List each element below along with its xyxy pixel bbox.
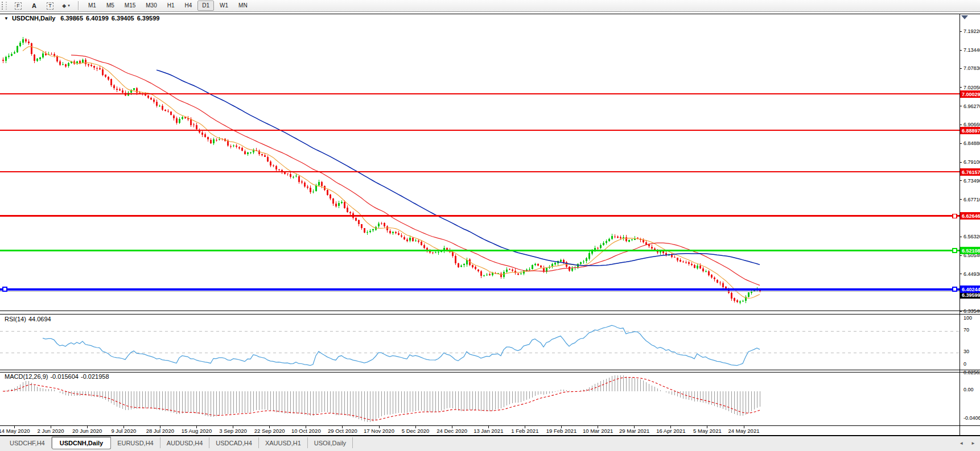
text-icon: A (32, 2, 36, 9)
chart-tab-usdcad-h4[interactable]: USDCAD,H4 (209, 437, 259, 448)
svg-text:24 Dec 2020: 24 Dec 2020 (437, 428, 467, 434)
hline-tag-6.76157: 6.76157 (960, 168, 980, 176)
svg-text:6.88897: 6.88897 (962, 128, 980, 134)
chart-tab-usoil-daily[interactable]: USOil,Daily (308, 437, 353, 448)
macd-signal-value: -0.021958 (81, 373, 109, 380)
arrows-icon: ◆ (62, 3, 66, 9)
hline-tag-6.52108: 6.52108 (960, 247, 980, 254)
svg-text:9 Jul 2020: 9 Jul 2020 (111, 428, 136, 434)
quote-high: 6.40199 (86, 15, 109, 22)
svg-text:29 Oct 2020: 29 Oct 2020 (328, 428, 357, 434)
tabs-scroll-left-button[interactable]: ◄ (959, 441, 963, 446)
svg-text:7.07830: 7.07830 (963, 65, 980, 71)
svg-text:70: 70 (963, 327, 969, 333)
svg-text:6.84880: 6.84880 (963, 140, 980, 146)
scroll-to-end-marker-icon[interactable] (961, 15, 968, 19)
svg-text:3 Sep 2020: 3 Sep 2020 (219, 428, 247, 434)
quote-open: 6.39865 (60, 15, 83, 22)
timeframe-button-h1[interactable]: H1 (163, 1, 179, 11)
timeframe-button-m15[interactable]: M15 (120, 1, 140, 11)
text-tool-button[interactable]: A (28, 1, 40, 10)
svg-text:15 Aug 2020: 15 Aug 2020 (182, 428, 212, 434)
svg-text:30: 30 (963, 349, 969, 354)
svg-text:7.00029: 7.00029 (962, 92, 980, 97)
tab-scroll-buttons: ◄ ► (959, 441, 975, 446)
svg-text:10 Mar 2021: 10 Mar 2021 (583, 428, 613, 434)
hline-6.40244[interactable] (0, 287, 960, 291)
fibonacci-tool-button[interactable]: F (12, 1, 24, 10)
svg-text:0.00: 0.00 (963, 387, 974, 392)
pane-borders (0, 14, 980, 436)
svg-text:6.90660: 6.90660 (963, 122, 980, 127)
chart-title: ▼USDCNH,Daily6.398656.401996.394056.3959… (4, 15, 162, 22)
collapse-arrow-icon[interactable]: ▼ (4, 16, 9, 21)
hline-tag-6.88897: 6.88897 (960, 127, 980, 134)
svg-text:16 Apr 2021: 16 Apr 2021 (656, 428, 685, 434)
chart-tab-eurusd-h4[interactable]: EURUSD,H4 (111, 437, 160, 448)
hline-handle-left (3, 287, 7, 291)
svg-text:24 May 2021: 24 May 2021 (728, 428, 760, 434)
chart-canvas[interactable]: 7.192207.134407.078307.020506.962706.906… (0, 0, 980, 451)
macd-pane[interactable]: 0.0256230.00-0.04068 (3, 370, 980, 422)
dropdown-caret-icon: ▾ (68, 3, 70, 8)
svg-text:22 Sep 2020: 22 Sep 2020 (254, 428, 285, 434)
hline-handle-right (953, 287, 957, 291)
timeframe-button-mn[interactable]: MN (234, 1, 252, 11)
svg-text:5 Dec 2020: 5 Dec 2020 (402, 428, 430, 434)
svg-text:6.96270: 6.96270 (963, 104, 980, 109)
quote-close: 6.39599 (137, 15, 160, 22)
toolbar-grip[interactable] (2, 2, 7, 10)
quote-low: 6.39405 (112, 15, 134, 22)
chart-tabs: USDCHF,H4USDCNH,DailyEURUSD,H4AUDUSD,H4U… (3, 437, 353, 449)
svg-text:6.79100: 6.79100 (963, 159, 980, 165)
chart-tab-xauusd-h1[interactable]: XAUUSD,H1 (259, 437, 308, 448)
svg-text:20 Jun 2020: 20 Jun 2020 (72, 428, 102, 434)
timeframe-button-h4[interactable]: H4 (180, 1, 197, 11)
svg-text:17 Nov 2020: 17 Nov 2020 (364, 428, 394, 434)
rsi-value: 44.0694 (28, 316, 51, 322)
svg-text:6.67710: 6.67710 (963, 197, 980, 202)
toolbar-separator (78, 1, 79, 10)
svg-text:6.40244: 6.40244 (962, 287, 980, 292)
svg-text:6.39599: 6.39599 (962, 292, 980, 298)
svg-text:6.62646: 6.62646 (962, 213, 980, 219)
svg-text:2 Jun 2020: 2 Jun 2020 (38, 428, 64, 434)
rsi-pane[interactable]: 10070300 (0, 315, 972, 367)
timeframe-button-m5[interactable]: M5 (102, 1, 119, 11)
svg-text:19 Feb 2021: 19 Feb 2021 (546, 428, 577, 434)
tabs-scroll-right-button[interactable]: ► (971, 441, 975, 446)
hline-handle-right (953, 214, 957, 218)
macd-histogram (3, 375, 760, 423)
macd-name: MACD(12,26,9) (5, 373, 48, 380)
timeframe-button-m30[interactable]: M30 (141, 1, 161, 11)
chart-tab-bar: USDCHF,H4USDCNH,DailyEURUSD,H4AUDUSD,H4U… (0, 437, 980, 451)
svg-text:-0.04068: -0.04068 (963, 415, 980, 421)
label-tool-button[interactable]: T (44, 1, 56, 10)
candles[interactable] (2, 37, 761, 304)
chart-tab-audusd-h4[interactable]: AUDUSD,H4 (160, 437, 210, 448)
svg-text:13 Jan 2021: 13 Jan 2021 (473, 428, 503, 434)
hline-6.52108[interactable] (0, 249, 960, 253)
hline-tag-6.62646: 6.62646 (960, 212, 980, 220)
arrows-tool-button[interactable]: ◆ ▾ (60, 1, 72, 10)
svg-text:100: 100 (963, 315, 972, 321)
svg-text:1 Feb 2021: 1 Feb 2021 (511, 428, 538, 434)
chart-tab-usdcnh-daily[interactable]: USDCNH,Daily (52, 437, 111, 449)
svg-text:7.13440: 7.13440 (963, 47, 980, 53)
timeframe-button-w1[interactable]: W1 (215, 1, 233, 11)
rsi-line (43, 325, 760, 365)
timeframe-buttons: M1M5M15M30H1H4D1W1MN (83, 1, 253, 11)
svg-text:14 May 2020: 14 May 2020 (0, 428, 30, 434)
hline-6.62646[interactable] (0, 214, 960, 218)
svg-text:6.52108: 6.52108 (962, 248, 980, 254)
svg-text:0: 0 (963, 361, 966, 367)
svg-text:6.73490: 6.73490 (963, 178, 980, 184)
ma-slow-line (157, 70, 760, 266)
date-axis[interactable]: 14 May 20202 Jun 202020 Jun 20209 Jul 20… (0, 426, 759, 435)
svg-text:7.02050: 7.02050 (963, 85, 980, 90)
timeframe-button-m1[interactable]: M1 (84, 1, 101, 11)
chart-symbol-label: USDCNH,Daily (12, 15, 55, 22)
timeframe-button-d1[interactable]: D1 (197, 1, 214, 11)
chart-tab-usdchf-h4[interactable]: USDCHF,H4 (3, 437, 52, 448)
svg-text:29 Mar 2021: 29 Mar 2021 (619, 428, 649, 434)
